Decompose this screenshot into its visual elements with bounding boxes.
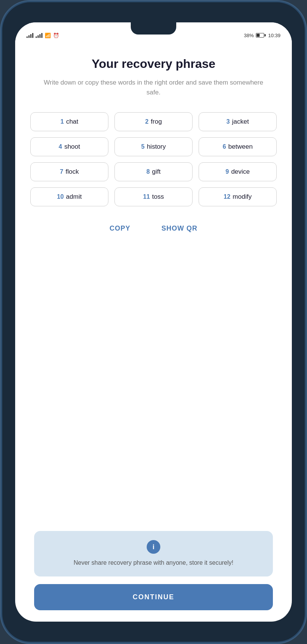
word-grid: 1chat2frog3jacket4shoot5history6between7… bbox=[30, 112, 277, 206]
word-number: 9 bbox=[226, 168, 229, 175]
word-label: modify bbox=[233, 193, 252, 201]
word-chip: 4shoot bbox=[30, 137, 108, 156]
page-title: Your recovery phrase bbox=[30, 57, 277, 71]
word-label: flock bbox=[66, 168, 79, 176]
main-content: Your recovery phrase Write down or copy … bbox=[15, 45, 292, 622]
word-chip: 6between bbox=[199, 137, 277, 156]
word-number: 12 bbox=[224, 193, 230, 200]
clock: 10:39 bbox=[268, 33, 280, 38]
word-chip: 3jacket bbox=[199, 112, 277, 131]
word-number: 10 bbox=[57, 193, 64, 200]
status-right: 38% 10:39 bbox=[244, 33, 280, 38]
word-label: device bbox=[231, 168, 250, 176]
phone-screen: 📶 ⏰ 38% 10:39 Your recovery phrase Write… bbox=[15, 22, 292, 622]
word-label: between bbox=[228, 143, 252, 151]
word-chip: 5history bbox=[114, 137, 193, 156]
signal-bars-1 bbox=[27, 33, 33, 38]
word-chip: 11toss bbox=[114, 187, 193, 206]
wifi-icon: 📶 bbox=[45, 33, 51, 38]
copy-button[interactable]: COPY bbox=[103, 221, 136, 236]
word-number: 4 bbox=[59, 143, 62, 150]
word-label: frog bbox=[151, 118, 162, 126]
info-icon: i bbox=[147, 540, 160, 554]
battery-percent: 38% bbox=[244, 33, 254, 38]
status-left: 📶 ⏰ bbox=[27, 33, 59, 38]
word-chip: 9device bbox=[199, 162, 277, 181]
page-subtitle: Write down or copy these words in the ri… bbox=[30, 78, 277, 97]
word-chip: 2frog bbox=[114, 112, 193, 131]
word-number: 11 bbox=[143, 193, 150, 200]
word-label: history bbox=[147, 143, 166, 151]
word-number: 2 bbox=[145, 118, 149, 125]
word-label: jacket bbox=[232, 118, 249, 126]
word-label: gift bbox=[152, 168, 161, 176]
continue-button[interactable]: CONTINUE bbox=[34, 584, 273, 610]
bottom-area: i Never share recovery phrase with anyon… bbox=[30, 531, 277, 622]
info-box: i Never share recovery phrase with anyon… bbox=[34, 531, 273, 576]
notch bbox=[131, 22, 176, 35]
show-qr-button[interactable]: SHOW QR bbox=[155, 221, 204, 236]
word-number: 6 bbox=[222, 143, 226, 150]
word-chip: 8gift bbox=[114, 162, 193, 181]
word-number: 1 bbox=[60, 118, 64, 125]
word-label: chat bbox=[66, 118, 78, 126]
info-text: Never share recovery phrase with anyone,… bbox=[74, 558, 233, 567]
word-number: 8 bbox=[146, 168, 150, 175]
word-chip: 12modify bbox=[199, 187, 277, 206]
action-row: COPY SHOW QR bbox=[30, 221, 277, 236]
word-chip: 1chat bbox=[30, 112, 108, 131]
signal-bars-2 bbox=[36, 33, 42, 38]
word-label: admit bbox=[66, 193, 82, 201]
word-number: 5 bbox=[141, 143, 145, 150]
word-label: shoot bbox=[64, 143, 80, 151]
word-chip: 7flock bbox=[30, 162, 108, 181]
phone-frame: 📶 ⏰ 38% 10:39 Your recovery phrase Write… bbox=[0, 0, 307, 644]
alarm-icon: ⏰ bbox=[53, 33, 59, 38]
word-number: 3 bbox=[226, 118, 230, 125]
battery-icon bbox=[256, 33, 266, 38]
word-label: toss bbox=[152, 193, 164, 201]
word-chip: 10admit bbox=[30, 187, 108, 206]
word-number: 7 bbox=[60, 168, 63, 175]
